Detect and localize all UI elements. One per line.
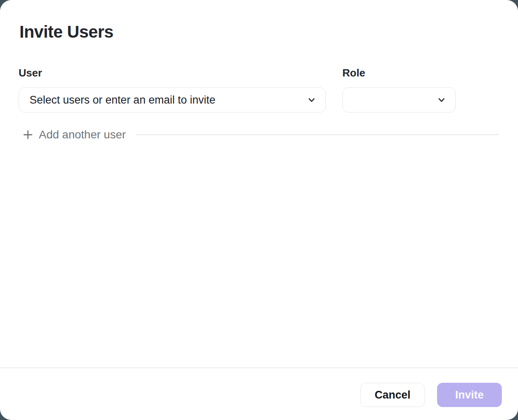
invite-button[interactable]: Invite [437,383,502,407]
chevron-down-icon [307,95,316,104]
invite-users-dialog: Invite Users User Select users or enter … [0,0,518,420]
cancel-button[interactable]: Cancel [360,383,425,407]
role-select[interactable] [342,87,456,112]
role-field-group: Role [342,67,456,112]
user-field-group: User Select users or enter an email to i… [19,67,326,112]
role-field-label: Role [342,67,456,78]
dialog-body: Invite Users User Select users or enter … [0,0,518,367]
dialog-footer: Cancel Invite [0,367,518,420]
add-another-user-row: Add another user [19,129,499,141]
plus-icon [23,129,33,140]
invite-form-row: User Select users or enter an email to i… [19,67,499,112]
add-another-user-button[interactable]: Add another user [23,128,126,141]
user-select-value: Select users or enter an email to invite [30,94,307,106]
add-row-rule-line [136,134,499,135]
user-select[interactable]: Select users or enter an email to invite [19,87,326,112]
add-another-user-label: Add another user [39,128,126,141]
user-field-label: User [19,67,326,78]
dialog-title: Invite Users [19,22,499,42]
chevron-down-icon [437,95,446,104]
